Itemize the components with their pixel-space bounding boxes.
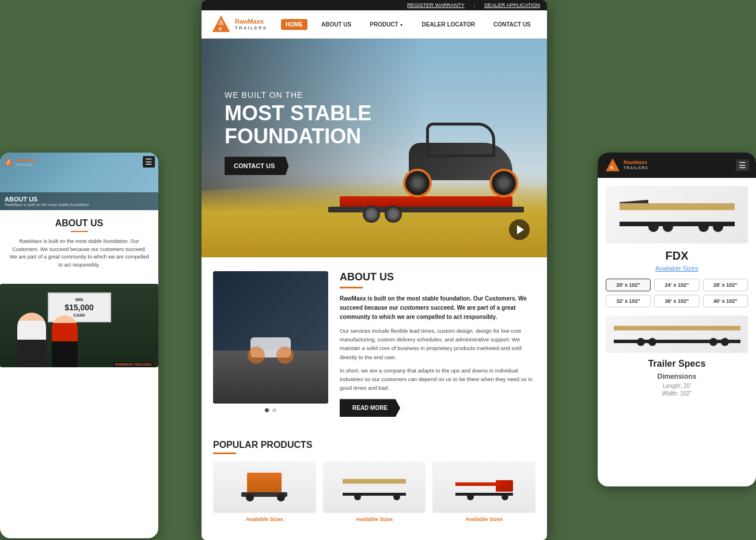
- rbt-wheel-3: [721, 338, 729, 346]
- trailer-frame: [328, 207, 524, 212]
- product-dump-image: [213, 461, 316, 513]
- trailer-wheel-2: [385, 206, 402, 223]
- showroom-logo1: [248, 347, 265, 364]
- equip-deck: [455, 482, 502, 486]
- nav-logo: R RawMaxx TRAILERS: [211, 14, 267, 35]
- fdx-deck: [620, 203, 735, 210]
- rbt-deck: [614, 326, 740, 330]
- right-hamburger-icon[interactable]: ☰: [736, 159, 749, 171]
- gallery-dot-1[interactable]: [265, 408, 269, 412]
- size-cell-3[interactable]: 28' x 102": [703, 279, 748, 291]
- rbt-wheel-2: [648, 338, 656, 346]
- about-orange-line: [340, 287, 363, 288]
- nav-logo-icon: R: [211, 14, 231, 35]
- read-more-button[interactable]: READ MORE: [340, 399, 400, 417]
- main-nav: R RawMaxx TRAILERS HOME ABOUT US PRODUCT…: [202, 10, 547, 39]
- about-lead-text: RawMaxx is built on the most stable foun…: [340, 294, 535, 322]
- dealer-application-link[interactable]: DEALER APPLICATION: [484, 2, 540, 8]
- size-cell-5[interactable]: 36' x 102": [654, 295, 699, 307]
- nav-home[interactable]: HOME: [281, 19, 307, 30]
- svg-text:R: R: [219, 26, 222, 32]
- size-cell-6[interactable]: 40' x 102": [703, 295, 748, 307]
- product-equipment-available[interactable]: Available Sizes: [432, 516, 535, 522]
- gallery-dot-2[interactable]: [272, 408, 276, 412]
- fdx-wheel-2: [663, 222, 673, 232]
- left-mobile-body: ABOUT US RawMaxx is built on the most st…: [0, 210, 158, 284]
- product-flatbed-available[interactable]: Available Sizes: [323, 516, 426, 522]
- dump-body: [247, 473, 282, 493]
- right-mobile-logo: R RawMaxx TRAILERS: [605, 157, 648, 173]
- right-mobile-header: R RawMaxx TRAILERS ☰: [598, 153, 756, 178]
- register-warranty-link[interactable]: REGISTER WARRANTY: [407, 2, 465, 8]
- product-dump-available[interactable]: Available Sizes: [213, 516, 316, 522]
- flatbed-wheel-right: [393, 493, 400, 500]
- utv-wheel-l: [403, 169, 432, 197]
- equip-wheel-right: [502, 493, 508, 500]
- left-mobile-about-subtitle: RawMaxx is built on the most stable foun…: [5, 203, 154, 207]
- about-content: ABOUT US RawMaxx is built on the most st…: [340, 271, 535, 417]
- showroom-logo2: [276, 347, 294, 364]
- fdx-wheel-3: [713, 222, 723, 232]
- left-mobile-section-title: ABOUT US: [9, 218, 149, 229]
- left-mobile-about-title: ABOUT US: [5, 196, 154, 203]
- equip-wheel-left: [467, 493, 474, 500]
- products-orange-line: [213, 452, 236, 454]
- dump-wheel-right: [277, 493, 285, 501]
- rawmaxx-footer-badge: RAWMAXX TRAILERS: [113, 362, 154, 367]
- gallery-dots: [213, 408, 328, 412]
- svg-text:R: R: [7, 163, 9, 165]
- product-equipment-image: [432, 461, 535, 513]
- gallery-floor: [213, 351, 328, 404]
- rbt-wheel-4: [709, 338, 717, 346]
- spec-width: Width: 102": [606, 390, 748, 397]
- right-mobile-logo-text: RawMaxx TRAILERS: [624, 159, 648, 170]
- size-cell-4[interactable]: 32' x 102": [606, 295, 651, 307]
- fdx-wheel-4: [698, 222, 709, 232]
- nav-dealer[interactable]: DEALER LOCATOR: [417, 19, 480, 30]
- nav-contact[interactable]: CONTACT US: [489, 19, 535, 30]
- play-icon: [517, 225, 524, 234]
- fdx-trailer-image: [606, 186, 748, 244]
- product-card-flatbed: Available Sizes: [323, 461, 426, 522]
- nav-logo-text: RawMaxx TRAILERS: [235, 18, 267, 31]
- left-mobile-photo: WIN $15,000 CASH RAWMAXX TRAILERS: [0, 284, 158, 367]
- fdx-available-sizes-link[interactable]: Available Sizes: [606, 265, 748, 272]
- person-1-silhouette: [17, 313, 46, 367]
- utv-wheel-r: [489, 169, 518, 197]
- dump-wheel-left: [246, 493, 254, 501]
- left-mobile-logo-text: RawMaxx TRAILERS: [16, 158, 36, 166]
- hero-vehicle: [328, 85, 535, 234]
- fdx-model-name: FDX: [606, 249, 748, 263]
- nav-about[interactable]: ABOUT US: [317, 19, 356, 30]
- spec-length: Length: 20': [606, 383, 748, 389]
- center-browser: REGISTER WARRANTY | DEALER APPLICATION R…: [202, 0, 547, 540]
- left-mobile-hero: R RawMaxx TRAILERS ☰ ABOUT US RawMaxx is…: [0, 153, 158, 210]
- popular-products-title: POPULAR PRODUCTS: [213, 440, 535, 450]
- hamburger-icon[interactable]: ☰: [143, 156, 155, 168]
- size-cell-2[interactable]: 24' x 102": [654, 279, 699, 291]
- gallery-main-image: [213, 271, 328, 404]
- product-card-equipment: Available Sizes: [432, 461, 535, 522]
- right-trailer-bottom-image: [606, 315, 748, 353]
- left-mobile-hero-overlay: ABOUT US RawMaxx is built on the most st…: [0, 192, 158, 210]
- dump-trailer-shape: [241, 473, 287, 501]
- svg-text:R: R: [610, 166, 613, 170]
- popular-products-section: POPULAR PRODUCTS Available Sizes: [202, 431, 547, 534]
- product-flatbed-image: [323, 461, 426, 513]
- person-2-silhouette: [52, 315, 78, 367]
- hero-cta-button[interactable]: CONTACT US: [225, 157, 288, 175]
- rbt-wheel-1: [637, 338, 645, 346]
- trailer-specs-title: Trailer Specs: [606, 359, 748, 369]
- play-button[interactable]: [509, 219, 530, 240]
- about-section: ABOUT US RawMaxx is built on the most st…: [202, 257, 547, 431]
- flatbed-trailer-shape: [343, 474, 406, 500]
- products-grid: Available Sizes Available Sizes: [213, 461, 535, 522]
- nav-product[interactable]: PRODUCT: [365, 19, 408, 30]
- fdx-flatbed-shape: [620, 197, 735, 232]
- about-body-2: In short, we are a company that adapts t…: [340, 366, 535, 393]
- left-mobile-underline: [71, 231, 88, 232]
- hero-section: WE BUILT ON THE MOST STABLEFOUNDATION CO…: [202, 39, 547, 257]
- utility-bar: REGISTER WARRANTY | DEALER APPLICATION: [202, 0, 547, 10]
- size-cell-1[interactable]: 20' x 102": [606, 279, 651, 291]
- right-mobile-body: FDX Available Sizes 20' x 102" 24' x 102…: [598, 178, 756, 406]
